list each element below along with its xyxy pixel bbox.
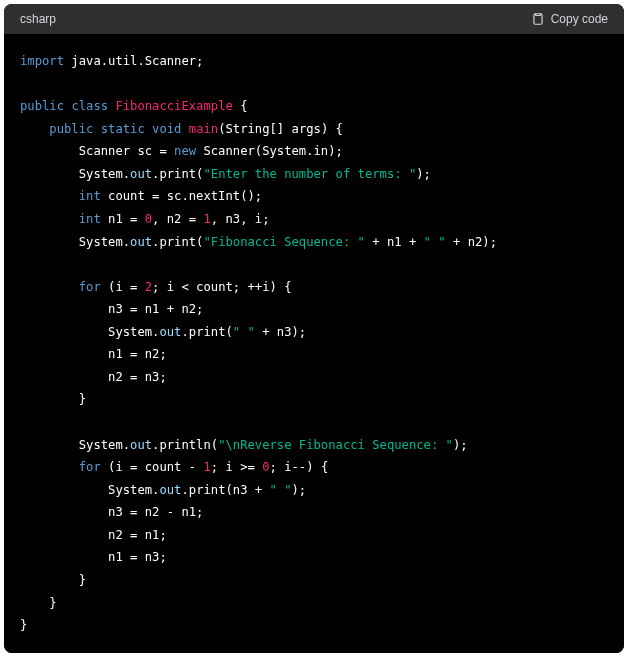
copy-code-button[interactable]: Copy code: [531, 12, 608, 26]
code-content[interactable]: import java.util.Scanner; public class F…: [4, 34, 624, 653]
clipboard-icon: [531, 12, 545, 26]
svg-rect-0: [535, 14, 540, 16]
copy-code-label: Copy code: [551, 12, 608, 26]
language-label: csharp: [20, 12, 56, 26]
code-block: csharp Copy code import java.util.Scanne…: [4, 4, 624, 653]
code-header: csharp Copy code: [4, 4, 624, 34]
